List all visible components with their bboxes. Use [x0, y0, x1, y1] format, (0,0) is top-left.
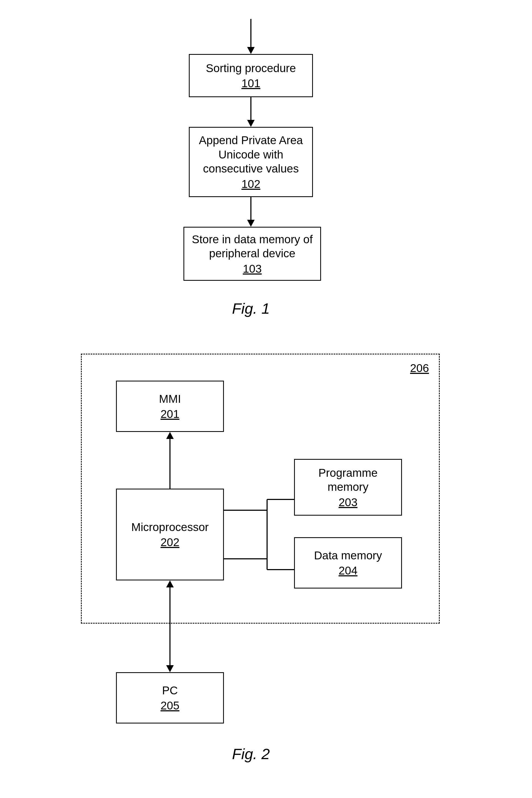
- box-sorting-procedure: Sorting procedure 101: [189, 54, 313, 97]
- bus-micro-to-memories: [224, 499, 294, 570]
- box-data-memory: Data memory 204: [294, 537, 402, 589]
- box-data-label: Data memory: [314, 549, 382, 563]
- box-pc-label: PC: [162, 684, 178, 698]
- box-102-label: Append Private AreaUnicode withconsecuti…: [199, 133, 303, 176]
- box-microprocessor: Microprocessor 202: [116, 489, 224, 580]
- box-mmi-label: MMI: [159, 392, 181, 406]
- box-prog-label: Programmememory: [318, 466, 377, 494]
- box-103-label: Store in data memory ofperipheral device: [192, 233, 313, 261]
- box-programme-memory: Programmememory 203: [294, 459, 402, 516]
- box-103-ref: 103: [243, 262, 262, 275]
- box-micro-ref: 202: [160, 536, 179, 549]
- fig1-caption: Fig. 1: [232, 300, 270, 317]
- svg-marker-1: [247, 47, 255, 54]
- box-102-ref: 102: [242, 178, 260, 191]
- box-store-memory: Store in data memory ofperipheral device…: [184, 227, 321, 281]
- svg-marker-3: [247, 120, 255, 127]
- arrow-micro-to-mmi: [165, 432, 175, 489]
- arrow-101-to-102: [246, 97, 256, 127]
- svg-marker-7: [166, 432, 174, 439]
- box-data-ref: 204: [339, 564, 358, 577]
- box-mmi-ref: 201: [160, 408, 179, 421]
- frame-206-ref: 206: [410, 362, 429, 375]
- box-prog-ref: 203: [339, 496, 358, 509]
- box-101-ref: 101: [242, 77, 260, 90]
- box-append-unicode: Append Private AreaUnicode withconsecuti…: [189, 127, 313, 197]
- box-mmi: MMI 201: [116, 381, 224, 432]
- fig2-caption: Fig. 2: [232, 745, 270, 763]
- box-micro-label: Microprocessor: [131, 520, 209, 535]
- page: Sorting procedure 101 Append Private Are…: [0, 0, 532, 798]
- arrow-102-to-103: [246, 197, 256, 227]
- arrow-micro-pc: [165, 580, 175, 672]
- svg-marker-8: [166, 580, 174, 588]
- box-pc: PC 205: [116, 672, 224, 723]
- svg-marker-10: [166, 665, 174, 672]
- box-101-label: Sorting procedure: [206, 61, 296, 76]
- arrow-into-101: [246, 19, 256, 54]
- box-pc-ref: 205: [160, 699, 179, 712]
- svg-marker-5: [247, 220, 255, 227]
